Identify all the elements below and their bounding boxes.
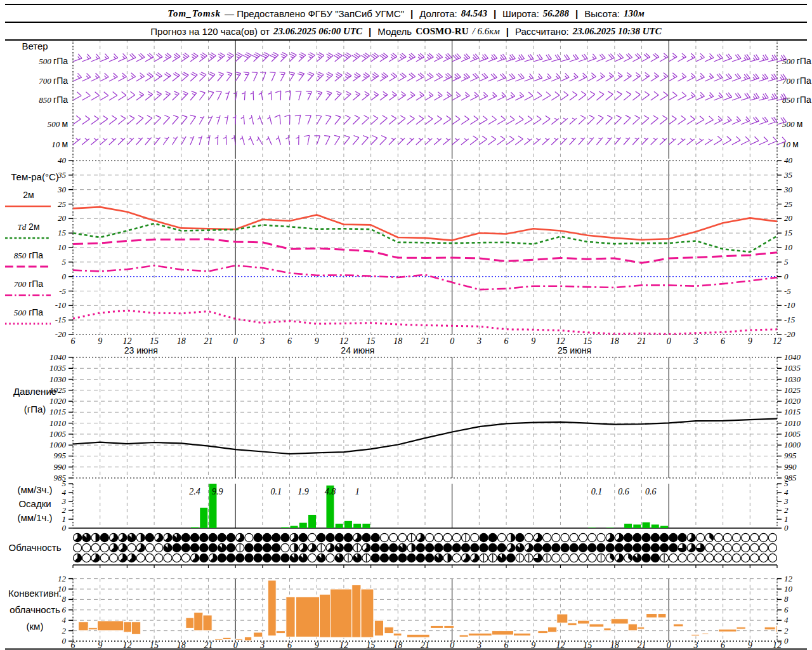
convective-cloud-bar (628, 624, 637, 631)
svg-text:15: 15 (150, 336, 159, 346)
convective-cloud-bar (548, 627, 557, 632)
cloud-cover-symbol (461, 543, 469, 552)
lat-value: 56.288 (539, 8, 569, 19)
convective-cloud-bar (320, 594, 331, 637)
svg-text:8: 8 (784, 594, 789, 604)
cloud-cover-symbol (200, 554, 208, 562)
convective-cloud-bar (702, 633, 709, 635)
svg-text:15: 15 (583, 336, 592, 346)
precip-sum-label: 0.1 (591, 487, 603, 496)
cloud-cover-symbol (335, 533, 343, 541)
svg-text:1020: 1020 (784, 396, 801, 406)
model-resolution: / 6.6км (468, 26, 499, 37)
svg-text:2: 2 (784, 505, 789, 515)
convective-cloud-bar (764, 627, 775, 630)
svg-text:0: 0 (62, 272, 67, 281)
convective-cloud-bar (646, 614, 657, 618)
convective-cloud-bar (393, 633, 402, 636)
svg-text:18: 18 (393, 336, 402, 346)
pressure-panel-title: Давление (13, 386, 56, 397)
cloud-cover-symbol (362, 533, 370, 541)
cloud-cover-symbol (570, 533, 578, 541)
svg-text:30: 30 (783, 185, 793, 194)
cloud-cover-symbol (272, 533, 280, 541)
svg-text:-15: -15 (55, 315, 67, 324)
svg-text:1030: 1030 (49, 375, 67, 384)
convective-cloud-bar (97, 621, 123, 631)
svg-text:1: 1 (62, 514, 67, 524)
wind-level-label: 10 м (51, 139, 68, 149)
cloud-cover-symbol (443, 533, 452, 541)
svg-text:1015: 1015 (49, 407, 67, 416)
svg-text:3: 3 (783, 496, 789, 506)
cloud-cover-symbol (416, 554, 424, 562)
cloud-cover-symbol (435, 543, 443, 552)
cloud-cover-symbol (200, 543, 208, 552)
cloud-cover-symbol (236, 554, 244, 562)
pressure-panel: 1040104010351035103010301025102510201020… (13, 352, 801, 482)
convective-cloud-bar (361, 589, 374, 637)
svg-text:2: 2 (62, 505, 67, 515)
cloud-cover-symbol (426, 554, 434, 562)
svg-text:0: 0 (233, 336, 238, 346)
cloud-cover-symbol (588, 554, 596, 562)
cloud-cover-symbol (669, 543, 678, 552)
convective-cloud-bar (538, 631, 548, 633)
cloud-cover-symbol (173, 543, 181, 552)
cloud-cover-symbol (561, 543, 569, 552)
cloud-cover-symbol (245, 554, 253, 562)
cloud-cover-symbol (579, 543, 587, 552)
svg-text:-5: -5 (59, 286, 66, 296)
svg-text:5: 5 (784, 257, 789, 267)
legend-entry-label: 500 гПа (14, 307, 44, 317)
cloud-cover-symbol (181, 543, 190, 552)
svg-text:10: 10 (784, 584, 793, 594)
alt-value: 130м (620, 8, 645, 19)
precip-bar (336, 524, 343, 528)
lon-label: Долгота: (419, 8, 457, 19)
cloud-cover-symbol (759, 533, 768, 541)
cloud-cover-symbol (742, 554, 750, 562)
legend-entry-label: 850 гПа (14, 250, 44, 260)
cloud-cover-symbol (723, 554, 731, 562)
svg-text:1005: 1005 (49, 429, 67, 439)
precip-bar (606, 527, 614, 528)
cloud-cover-symbol (561, 533, 569, 541)
svg-text:3: 3 (259, 336, 265, 346)
cloud-cover-symbol (597, 543, 605, 552)
calc-label: Рассчитано: (515, 26, 569, 37)
lat-label: Широта: (502, 8, 539, 19)
svg-text:10: 10 (58, 242, 67, 252)
convective-cloud-bar (578, 620, 590, 624)
cloud-cover-symbol (579, 554, 587, 562)
forecast-label: Прогноз на 120 часа(ов) от (150, 26, 270, 37)
header-row-2: Прогноз на 120 часа(ов) от 23.06.2025 06… (5, 23, 807, 41)
svg-text:0: 0 (784, 523, 789, 533)
cloud-cover-symbol (588, 533, 596, 541)
cloud-cover-symbol (552, 533, 560, 541)
cloud-cover-symbol (723, 543, 731, 552)
wind-level-label: 500 гПа (782, 56, 811, 66)
cloud-cover-symbol (714, 543, 723, 552)
cloud-cover-symbol (696, 533, 704, 541)
cloud-cover-symbol (254, 533, 262, 541)
convective-cloud-bar (88, 628, 97, 630)
svg-text:1000: 1000 (784, 440, 801, 449)
precip-bar (362, 524, 370, 528)
svg-text:20: 20 (58, 213, 67, 223)
cloud-cover-symbol (145, 554, 154, 562)
separator: | (362, 26, 377, 37)
model-label: Модель (377, 26, 412, 37)
cloud-cover-symbol (226, 543, 235, 552)
svg-text:3: 3 (62, 496, 67, 506)
convective-cloud-bar (186, 618, 194, 628)
model-name: COSMO-RU (412, 26, 468, 37)
cloud-cover-symbol (390, 554, 398, 562)
cloud-cover-symbol (191, 533, 199, 541)
precip-bar (281, 527, 289, 528)
svg-text:10: 10 (784, 242, 793, 252)
svg-text:25: 25 (784, 199, 793, 209)
precip-sum-label: 1 (355, 487, 360, 496)
svg-text:40: 40 (784, 156, 793, 165)
cloud-cover-symbol (742, 533, 750, 541)
